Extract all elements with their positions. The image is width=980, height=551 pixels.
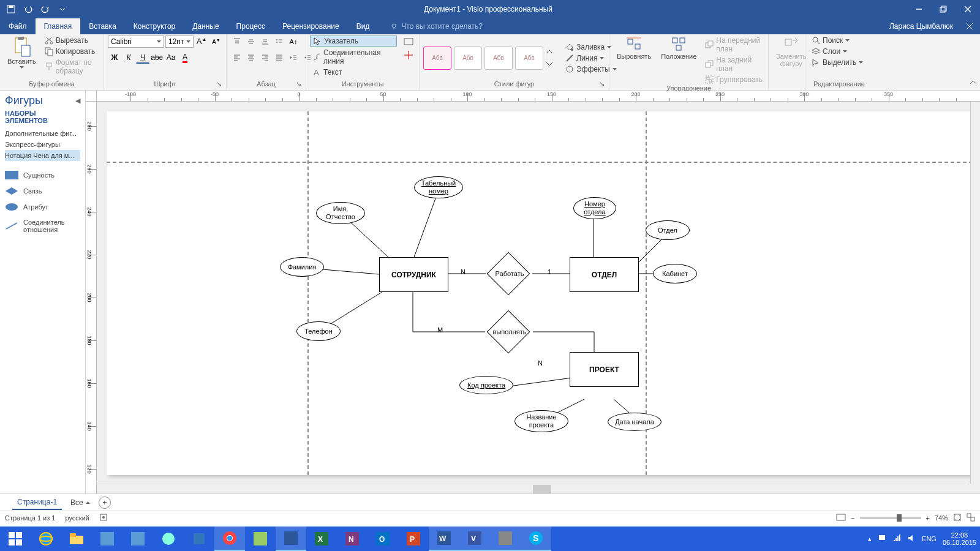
relationship-work[interactable]: Работать bbox=[485, 261, 534, 286]
close-button[interactable] bbox=[956, 0, 980, 18]
position-button[interactable]: Положение bbox=[657, 36, 700, 61]
taskbar-notepadpp[interactable] bbox=[245, 527, 276, 551]
paste-button[interactable]: Вставить bbox=[4, 36, 40, 70]
decrease-indent-button[interactable] bbox=[287, 51, 300, 64]
shape-master-entity[interactable]: Сущность bbox=[5, 167, 80, 183]
scroll-thumb[interactable] bbox=[533, 485, 551, 493]
bullets-button[interactable] bbox=[273, 36, 286, 48]
drawing-page[interactable]: СОТРУДНИК ОТДЕЛ ПРОЕКТ Работать выполнят… bbox=[107, 111, 979, 475]
italic-button[interactable]: К bbox=[122, 51, 135, 64]
shape-master-attribute[interactable]: Атрибут bbox=[5, 199, 80, 215]
start-button[interactable] bbox=[0, 527, 31, 551]
vertical-ruler[interactable]: 280260240220200180160140120 bbox=[86, 102, 97, 493]
paragraph-dialog-launcher[interactable]: ↘ bbox=[295, 80, 302, 88]
align-top-button[interactable] bbox=[230, 36, 244, 48]
attr-dept-no[interactable]: Номер отдела bbox=[573, 197, 616, 219]
text-direction-button[interactable]: A↕ bbox=[287, 36, 300, 48]
zoom-slider[interactable] bbox=[860, 517, 921, 519]
taskbar-word[interactable]: W bbox=[429, 527, 459, 551]
taskbar-vbox[interactable] bbox=[184, 527, 214, 551]
grow-font-button[interactable]: A▲ bbox=[195, 36, 208, 48]
entity-project[interactable]: ПРОЕКТ bbox=[570, 352, 639, 387]
gallery-item[interactable]: Абв bbox=[454, 47, 482, 70]
tray-clock[interactable]: 22:0806.10.2015 bbox=[943, 531, 976, 546]
taskbar-powerpoint[interactable]: P bbox=[398, 527, 429, 551]
taskbar-media[interactable] bbox=[153, 527, 184, 551]
vertical-guide[interactable] bbox=[307, 111, 309, 475]
zoom-thumb[interactable] bbox=[897, 514, 902, 522]
stencil-express[interactable]: Экспресс-фигуры bbox=[5, 139, 80, 150]
attr-phone[interactable]: Телефон bbox=[296, 321, 341, 341]
bold-button[interactable]: Ж bbox=[108, 51, 121, 64]
underline-button[interactable]: Ч bbox=[136, 51, 149, 64]
presentation-mode-button[interactable] bbox=[836, 514, 846, 522]
tray-flag-icon[interactable] bbox=[878, 534, 886, 544]
strikethrough-button[interactable]: abc bbox=[150, 51, 164, 64]
taskbar-visio[interactable]: V bbox=[459, 527, 490, 551]
align-button[interactable]: Выровнять bbox=[613, 36, 655, 61]
font-color-button[interactable]: A bbox=[178, 51, 192, 64]
taskbar-app1[interactable] bbox=[92, 527, 123, 551]
group-button[interactable]: Группировать bbox=[703, 75, 765, 84]
tab-home[interactable]: Главная bbox=[36, 18, 81, 34]
gallery-more-button[interactable] bbox=[546, 47, 556, 70]
align-bottom-button[interactable] bbox=[258, 36, 272, 48]
page-indicator[interactable]: Страница 1 из 1 bbox=[5, 514, 55, 522]
taskbar-chrome[interactable] bbox=[214, 527, 245, 551]
send-back-button[interactable]: На задний план bbox=[703, 55, 765, 73]
gallery-item[interactable]: Абв bbox=[484, 47, 513, 70]
attr-start-date[interactable]: Дата начала bbox=[608, 413, 662, 431]
align-middle-button[interactable] bbox=[244, 36, 258, 48]
align-left-button[interactable] bbox=[230, 51, 244, 64]
align-right-button[interactable] bbox=[258, 51, 272, 64]
taskbar-outlook[interactable]: O bbox=[368, 527, 398, 551]
change-shape-button[interactable]: Заменить фигуру bbox=[772, 36, 810, 69]
ribbon-close-icon[interactable] bbox=[959, 18, 980, 34]
pointer-tool-button[interactable]: Указатель bbox=[310, 36, 397, 47]
rectangle-tool-button[interactable] bbox=[402, 36, 415, 48]
horizontal-scrollbar[interactable] bbox=[97, 484, 969, 493]
zoom-in-button[interactable]: + bbox=[926, 514, 930, 522]
language-indicator[interactable]: русский bbox=[65, 514, 89, 522]
attr-surname[interactable]: Фамилия bbox=[280, 257, 324, 277]
taskbar-skype[interactable]: S bbox=[521, 527, 551, 551]
tell-me-search[interactable]: Что вы хотите сделать? bbox=[378, 18, 483, 34]
macro-indicator[interactable] bbox=[99, 513, 108, 523]
text-tool-button[interactable]: AТекст bbox=[310, 67, 397, 77]
horizontal-guide[interactable] bbox=[107, 162, 979, 163]
connection-point-button[interactable] bbox=[402, 49, 415, 61]
attr-emp-no[interactable]: Табельный номер bbox=[414, 176, 463, 198]
justify-button[interactable] bbox=[273, 51, 286, 64]
shape-master-connector[interactable]: Соединитель отношения bbox=[5, 215, 80, 237]
taskbar-excel[interactable]: X bbox=[306, 527, 337, 551]
styles-dialog-launcher[interactable]: ↘ bbox=[598, 80, 605, 88]
attr-proj-name[interactable]: Название проекта bbox=[514, 410, 568, 432]
attr-dept[interactable]: Отдел bbox=[646, 220, 690, 240]
taskbar-app4[interactable] bbox=[490, 527, 521, 551]
tray-network-icon[interactable] bbox=[892, 534, 901, 544]
font-name-select[interactable]: Calibri bbox=[108, 36, 164, 48]
redo-button[interactable] bbox=[38, 2, 53, 17]
all-pages-button[interactable]: Все bbox=[70, 498, 90, 507]
ruler-corner[interactable] bbox=[86, 91, 97, 102]
tab-design[interactable]: Конструктор bbox=[125, 18, 184, 34]
canvas-viewport[interactable]: СОТРУДНИК ОТДЕЛ ПРОЕКТ Работать выполнят… bbox=[97, 102, 980, 493]
copy-button[interactable]: Копировать bbox=[42, 47, 100, 56]
font-dialog-launcher[interactable]: ↘ bbox=[215, 80, 222, 88]
cut-button[interactable]: Вырезать bbox=[42, 36, 100, 45]
relationship-perform[interactable]: выполнять bbox=[485, 320, 534, 344]
undo-button[interactable] bbox=[21, 2, 36, 17]
restore-button[interactable] bbox=[931, 0, 956, 18]
shrink-font-button[interactable]: A▼ bbox=[209, 36, 223, 48]
connector-tool-button[interactable]: Соединительная линия bbox=[310, 48, 397, 66]
tray-show-hidden-icon[interactable]: ▴ bbox=[868, 535, 872, 543]
entity-department[interactable]: ОТДЕЛ bbox=[570, 257, 639, 292]
taskbar-app3[interactable] bbox=[276, 527, 306, 551]
save-button[interactable] bbox=[4, 2, 18, 17]
tab-file[interactable]: Файл bbox=[0, 18, 36, 34]
gallery-item[interactable]: Абв bbox=[423, 47, 451, 70]
layers-button[interactable]: Слои bbox=[809, 47, 850, 56]
horizontal-ruler[interactable]: -100-50050100150200250300350 bbox=[97, 91, 980, 102]
gallery-item[interactable]: Абв bbox=[515, 47, 543, 70]
fit-page-button[interactable] bbox=[953, 513, 962, 523]
